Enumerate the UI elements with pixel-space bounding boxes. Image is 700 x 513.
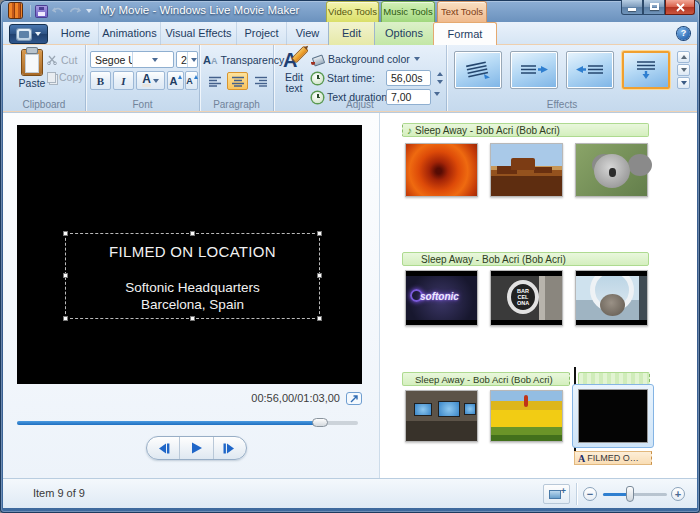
tab-edit[interactable]: Edit [329, 22, 375, 45]
effect-arrow-right-icon [574, 59, 606, 81]
storyboard-item-office[interactable] [405, 390, 478, 442]
align-left-button[interactable] [204, 72, 225, 90]
music-track-label-3: Sleep Away - Bob Acri (Bob Acri) [407, 374, 553, 385]
selection-handle[interactable] [190, 316, 195, 321]
chevron-down-icon[interactable] [187, 52, 198, 67]
zoom-out-button[interactable]: − [583, 487, 597, 501]
play-button[interactable] [179, 437, 212, 459]
effect-slide-right-tile[interactable] [566, 51, 614, 89]
minimize-icon [628, 8, 636, 11]
tab-view[interactable]: View [287, 22, 329, 45]
undo-icon[interactable] [52, 6, 64, 16]
spin-up-icon[interactable] [437, 72, 443, 76]
video-preview[interactable]: FILMED ON LOCATION Softonic Headquarters… [17, 125, 362, 384]
copy-button[interactable]: Copy [47, 71, 84, 83]
start-time-spinner[interactable] [434, 70, 445, 86]
seek-thumb[interactable] [312, 418, 328, 427]
start-time-input[interactable]: 56,00s [386, 70, 431, 86]
tab-home[interactable]: Home [53, 22, 99, 45]
maximize-button[interactable] [643, 0, 665, 15]
help-button[interactable]: ? [677, 27, 690, 40]
font-color-button[interactable]: A [136, 71, 165, 90]
tab-options[interactable]: Options [375, 22, 433, 45]
contextual-tab-music-tools[interactable]: Music Tools [381, 1, 435, 22]
spin-down-icon[interactable] [437, 80, 443, 84]
selection-handle[interactable] [63, 316, 68, 321]
selection-handle[interactable] [63, 231, 68, 236]
selection-handle[interactable] [190, 231, 195, 236]
thumbnail-size-button[interactable]: + [543, 484, 570, 504]
save-icon[interactable] [36, 6, 47, 17]
storyboard-item-koala[interactable] [575, 143, 648, 197]
shrink-font-button[interactable]: A [185, 71, 198, 90]
bold-button[interactable]: B [90, 71, 111, 90]
seek-progress [17, 421, 320, 425]
effect-emphasis-slant-tile[interactable] [454, 51, 502, 89]
music-track-bar-3[interactable]: Sleep Away - Bob Acri (Bob Acri) [402, 372, 570, 386]
minimize-button[interactable] [621, 0, 643, 15]
paste-button[interactable]: Paste [13, 50, 51, 102]
close-button[interactable] [665, 0, 695, 15]
music-track-bar-1[interactable]: ♪ Sleep Away - Bob Acri (Bob Acri) [402, 123, 649, 137]
next-frame-button[interactable] [213, 437, 246, 459]
contextual-tab-text-tools[interactable]: Text Tools [437, 1, 487, 22]
grow-font-button[interactable]: A [167, 71, 184, 90]
selection-handle[interactable] [63, 273, 68, 278]
start-time-label: Start time: [327, 72, 375, 84]
seek-bar[interactable] [17, 418, 358, 427]
caption-track-item[interactable]: A FILMED O… [574, 451, 652, 465]
grow-font-icon: A [170, 75, 178, 87]
storyboard-item-title-card-selected[interactable] [572, 384, 654, 448]
redo-icon[interactable] [69, 6, 81, 16]
fullscreen-button[interactable] [346, 392, 362, 405]
storyboard-item-round-window[interactable] [575, 270, 648, 326]
align-center-button[interactable] [227, 72, 248, 90]
gallery-scroll-up-button[interactable] [677, 51, 690, 63]
chevron-down-icon[interactable] [132, 52, 174, 67]
storyboard-item-flower[interactable] [405, 143, 478, 197]
effect-slide-left-tile[interactable] [510, 51, 558, 89]
selection-handle[interactable] [317, 231, 322, 236]
gallery-more-button[interactable] [677, 77, 690, 89]
zoom-slider-thumb[interactable] [626, 486, 634, 502]
selection-handle[interactable] [317, 316, 322, 321]
caption-selection-box[interactable]: FILMED ON LOCATION Softonic Headquarters… [65, 233, 320, 319]
align-right-button[interactable] [250, 72, 271, 90]
storyboard-item-desert[interactable] [490, 143, 563, 197]
edit-text-label-1: Edit [285, 73, 303, 82]
music-track-bar-2[interactable]: Sleep Away - Bob Acri (Bob Acri) [402, 252, 649, 266]
cut-label: Cut [61, 54, 77, 66]
tab-visual-effects[interactable]: Visual Effects [161, 22, 237, 45]
qat-dropdown-icon[interactable] [86, 9, 92, 13]
maximize-icon [650, 3, 659, 10]
edit-text-icon: A [283, 49, 305, 71]
tab-format-active[interactable]: Format [433, 22, 497, 45]
previous-frame-button[interactable] [147, 437, 179, 459]
storyboard-item-barcelona-sign[interactable]: BARCELONA [490, 270, 563, 326]
scissors-icon [47, 55, 58, 65]
transparency-button[interactable]: AA Transparency [203, 51, 271, 68]
effect-scroll-up-tile-selected[interactable] [622, 51, 670, 89]
contextual-tab-video-tools[interactable]: Video Tools [326, 1, 379, 22]
edit-text-button[interactable]: A Edit text [277, 49, 311, 103]
tab-animations[interactable]: Animations [99, 22, 161, 45]
font-size-combo[interactable]: 20 [176, 51, 198, 68]
zoom-in-button[interactable]: + [671, 487, 685, 501]
movie-maker-app-icon[interactable] [9, 3, 22, 18]
storyboard-item-softonic-logo[interactable]: softonic [405, 270, 478, 326]
italic-button[interactable]: I [113, 71, 134, 90]
background-color-button[interactable]: Background color [312, 51, 420, 67]
transparency-icon: AA [203, 54, 217, 66]
storyboard-item-tulips[interactable] [490, 390, 563, 442]
gallery-scroll-down-button[interactable] [677, 64, 690, 76]
tab-project[interactable]: Project [237, 22, 287, 45]
titlebar[interactable]: My Movie - Windows Live Movie Maker Vide… [0, 0, 700, 22]
chevron-down-icon[interactable] [434, 92, 440, 96]
app-window: My Movie - Windows Live Movie Maker Vide… [0, 0, 700, 513]
font-family-combo[interactable]: Segoe UI [90, 51, 174, 68]
application-menu-button[interactable] [9, 24, 48, 44]
cut-button[interactable]: Cut [47, 54, 77, 66]
next-frame-icon [222, 443, 237, 454]
music-track-label-1: Sleep Away - Bob Acri (Bob Acri) [415, 125, 560, 136]
selection-handle[interactable] [317, 273, 322, 278]
